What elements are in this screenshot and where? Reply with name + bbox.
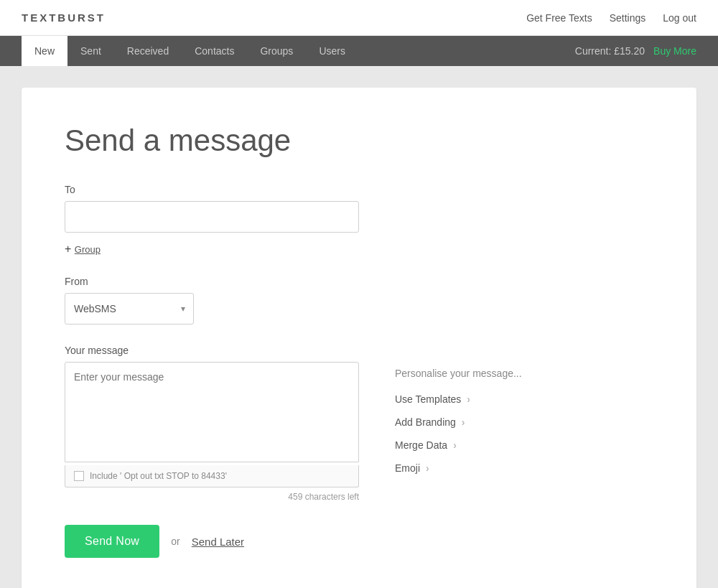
from-select[interactable]: WebSMS xyxy=(65,293,194,325)
merge-data-link[interactable]: Merge Data › xyxy=(395,439,653,451)
personalise-title: Personalise your message... xyxy=(395,368,653,379)
opt-out-checkbox[interactable] xyxy=(74,471,84,481)
use-templates-link[interactable]: Use Templates › xyxy=(395,393,653,405)
get-free-texts-link[interactable]: Get Free Texts xyxy=(526,12,592,24)
nav-links: New Sent Received Contacts Groups Users xyxy=(22,36,358,66)
nav-sent[interactable]: Sent xyxy=(67,36,114,66)
to-input[interactable] xyxy=(65,201,359,233)
form-card: Send a message To + Group From WebSMS ▾ … xyxy=(22,88,696,588)
main-content: Send a message To + Group From WebSMS ▾ … xyxy=(0,66,718,588)
message-textarea[interactable] xyxy=(65,362,359,462)
actions-row: Send Now or Send Later xyxy=(65,525,653,558)
to-section: To + Group xyxy=(65,184,653,256)
buy-more-link[interactable]: Buy More xyxy=(653,45,696,57)
merge-data-label: Merge Data xyxy=(395,439,447,451)
use-templates-label: Use Templates xyxy=(395,393,461,405)
logo: TEXTBURST xyxy=(22,11,106,24)
chevron-right-icon: › xyxy=(467,393,470,405)
nav-new[interactable]: New xyxy=(22,36,67,66)
opt-out-label: Include ' Opt out txt STOP to 84433' xyxy=(90,471,227,481)
to-label: To xyxy=(65,184,653,195)
nav-bar: New Sent Received Contacts Groups Users … xyxy=(0,36,718,66)
nav-received[interactable]: Received xyxy=(114,36,182,66)
char-count: 459 characters left xyxy=(65,492,359,502)
chevron-right-icon: › xyxy=(462,416,465,428)
page-title: Send a message xyxy=(65,123,653,158)
chevron-right-icon: › xyxy=(453,439,457,451)
nav-balance-area: Current: £15.20 Buy More xyxy=(575,45,696,57)
add-branding-label: Add Branding xyxy=(395,416,456,428)
from-section: From WebSMS ▾ xyxy=(65,276,653,325)
personalise-section: Personalise your message... Use Template… xyxy=(395,362,653,502)
add-branding-link[interactable]: Add Branding › xyxy=(395,416,653,428)
top-bar: TEXTBURST Get Free Texts Settings Log ou… xyxy=(0,0,718,36)
nav-groups[interactable]: Groups xyxy=(247,36,306,66)
balance-amount: Current: £15.20 xyxy=(575,45,645,57)
message-left: Include ' Opt out txt STOP to 84433' 459… xyxy=(65,362,359,502)
personalise-links: Use Templates › Add Branding › Merge Dat… xyxy=(395,393,653,474)
top-nav: Get Free Texts Settings Log out xyxy=(526,12,696,24)
add-group-link[interactable]: Group xyxy=(75,244,101,255)
add-group-prefix: + xyxy=(65,243,75,255)
send-later-link[interactable]: Send Later xyxy=(192,536,244,548)
nav-users[interactable]: Users xyxy=(306,36,358,66)
from-select-wrapper: WebSMS ▾ xyxy=(65,293,194,325)
message-section: Your message Include ' Opt out txt STOP … xyxy=(65,345,653,502)
from-label: From xyxy=(65,276,653,287)
message-label: Your message xyxy=(65,345,653,356)
message-row: Include ' Opt out txt STOP to 84433' 459… xyxy=(65,362,653,502)
emoji-link[interactable]: Emoji › xyxy=(395,462,653,474)
nav-contacts[interactable]: Contacts xyxy=(182,36,247,66)
logout-link[interactable]: Log out xyxy=(663,12,696,24)
settings-link[interactable]: Settings xyxy=(610,12,646,24)
opt-out-bar: Include ' Opt out txt STOP to 84433' xyxy=(65,465,359,487)
send-now-button[interactable]: Send Now xyxy=(65,525,159,558)
chevron-right-icon: › xyxy=(426,462,429,474)
emoji-label: Emoji xyxy=(395,462,420,474)
or-text: or xyxy=(171,536,180,547)
